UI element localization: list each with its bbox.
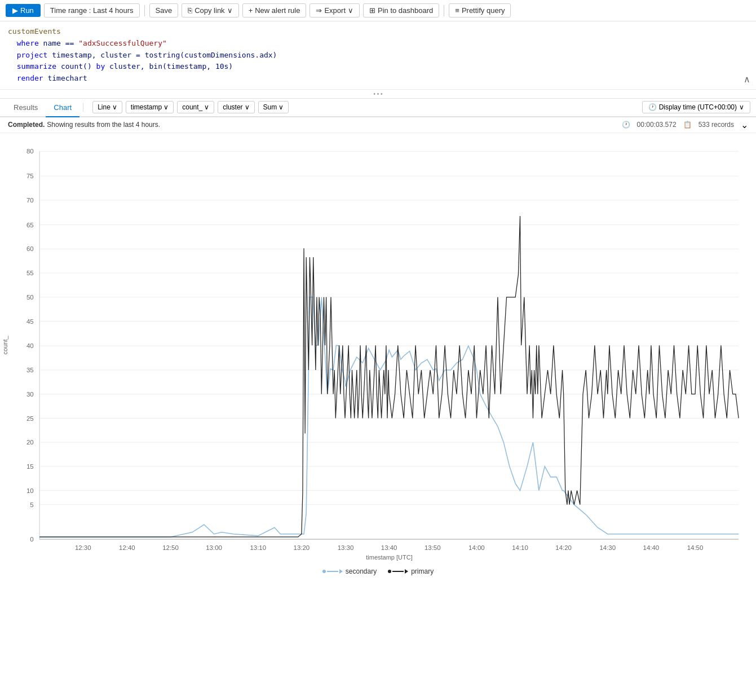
- status-right: 🕐 00:00:03.572 📋 533 records ⌄: [622, 120, 748, 130]
- line-chevron-icon: ∨: [112, 103, 117, 111]
- chart-area: count_: [0, 133, 756, 581]
- tab-separator: [83, 103, 83, 112]
- toolbar-separator-1: [144, 5, 145, 16]
- plus-icon: +: [249, 6, 253, 15]
- svg-text:5: 5: [30, 501, 33, 508]
- prettify-label: Prettify query: [462, 6, 505, 15]
- count-dropdown[interactable]: count_ ∨: [177, 101, 214, 113]
- sum-label: Sum: [263, 103, 277, 111]
- tab-results[interactable]: Results: [6, 99, 46, 117]
- query-line-4: summarize count() by cluster, bin(timest…: [8, 61, 748, 73]
- query-line-3: project timestamp, cluster = tostring(cu…: [8, 50, 748, 61]
- run-icon: ▶: [12, 6, 18, 15]
- count-chevron-icon: ∨: [204, 103, 209, 111]
- svg-text:14:30: 14:30: [599, 544, 616, 551]
- chart-options: Line ∨ timestamp ∨ count_ ∨ cluster ∨ Su…: [92, 101, 289, 113]
- save-button[interactable]: Save: [149, 3, 179, 17]
- display-time-button[interactable]: 🕐 Display time (UTC+00:00) ∨: [642, 101, 750, 113]
- chart-inner: count_: [0, 139, 756, 552]
- legend-secondary: secondary: [322, 567, 377, 575]
- primary-arrow-icon: [405, 569, 408, 574]
- pin-button[interactable]: ⊞ Pin to dashboard: [363, 3, 439, 17]
- cluster-label: cluster: [223, 103, 242, 111]
- time-range-button[interactable]: Time range : Last 4 hours: [44, 3, 140, 17]
- svg-text:40: 40: [26, 342, 34, 349]
- svg-text:50: 50: [26, 294, 34, 301]
- expand-button[interactable]: ⌄: [741, 120, 748, 130]
- time-range-label: Time range : Last 4 hours: [50, 6, 134, 15]
- svg-text:14:40: 14:40: [643, 544, 660, 551]
- display-time-chevron-icon: ∨: [739, 103, 744, 111]
- status-bar: Completed. Showing results from the last…: [0, 117, 756, 133]
- svg-text:13:20: 13:20: [294, 544, 310, 551]
- run-label: Run: [20, 6, 34, 15]
- svg-text:80: 80: [26, 148, 34, 155]
- drag-handle[interactable]: • • •: [0, 90, 756, 99]
- pin-label: Pin to dashboard: [378, 6, 433, 15]
- primary-line-icon: [392, 571, 404, 572]
- secondary-line-icon: [327, 571, 338, 572]
- chevron-down-icon: ∨: [227, 6, 233, 15]
- status-showing-label: Showing results from the last 4 hours.: [47, 121, 160, 129]
- svg-text:12:40: 12:40: [119, 544, 135, 551]
- duration-label: 00:00:03.572: [637, 121, 677, 129]
- collapse-button[interactable]: ∧: [744, 74, 750, 85]
- new-alert-button[interactable]: + New alert rule: [242, 3, 307, 17]
- save-label: Save: [156, 6, 173, 15]
- status-completed-label: Completed.: [8, 121, 45, 129]
- dots-icon: • • •: [373, 91, 382, 97]
- tabs-row: Results Chart Line ∨ timestamp ∨ count_ …: [0, 99, 756, 117]
- timestamp-dropdown[interactable]: timestamp ∨: [126, 101, 174, 113]
- sum-dropdown[interactable]: Sum ∨: [258, 101, 289, 113]
- query-line-2: where name == "adxSuccessfulQuery": [8, 38, 748, 50]
- legend-primary: primary: [388, 567, 434, 575]
- pin-icon: ⊞: [369, 6, 375, 15]
- secondary-label: secondary: [346, 567, 377, 575]
- run-button[interactable]: ▶ Run: [6, 4, 41, 17]
- secondary-dot-icon: [322, 570, 326, 573]
- secondary-line: [39, 297, 739, 537]
- copy-link-label: Copy link: [194, 6, 224, 15]
- records-label: 533 records: [698, 121, 734, 129]
- toolbar: ▶ Run Time range : Last 4 hours Save ⎘ C…: [0, 0, 756, 21]
- export-chevron-icon: ∨: [348, 6, 353, 15]
- count-label: count_: [182, 103, 202, 111]
- svg-text:12:50: 12:50: [162, 544, 179, 551]
- query-line-1: customEvents: [8, 26, 748, 38]
- y-axis-label: count_: [0, 139, 10, 552]
- export-button[interactable]: ⇒ Export ∨: [310, 3, 360, 17]
- display-time-label: Display time (UTC+00:00): [659, 103, 737, 111]
- line-type-label: Line: [98, 103, 110, 111]
- copy-link-button[interactable]: ⎘ Copy link ∨: [182, 3, 238, 17]
- chart-tab-label: Chart: [54, 103, 72, 112]
- prettify-button[interactable]: ≡ Prettify query: [449, 3, 511, 17]
- clock-icon: 🕐: [648, 103, 657, 111]
- primary-label: primary: [411, 567, 434, 575]
- primary-dot-icon: [388, 570, 391, 573]
- x-axis-label: timestamp [UTC]: [0, 552, 756, 564]
- svg-text:0: 0: [30, 536, 33, 543]
- chart-svg: 0 5 10 15 20 25 30 35 40 45 50 55 60 65 …: [10, 139, 750, 552]
- svg-text:14:20: 14:20: [555, 544, 572, 551]
- query-editor[interactable]: customEvents where name == "adxSuccessfu…: [0, 21, 756, 90]
- svg-text:60: 60: [26, 245, 34, 252]
- tab-chart[interactable]: Chart: [46, 99, 79, 117]
- results-tab-label: Results: [14, 103, 38, 112]
- svg-text:45: 45: [26, 318, 34, 325]
- svg-text:13:10: 13:10: [250, 544, 266, 551]
- records-icon: 📋: [683, 121, 692, 129]
- duration-icon: 🕐: [622, 121, 630, 129]
- svg-text:13:00: 13:00: [206, 544, 222, 551]
- toolbar-separator-2: [444, 5, 444, 16]
- new-alert-label: New alert rule: [255, 6, 300, 15]
- primary-line: [39, 216, 739, 537]
- timestamp-label: timestamp: [131, 103, 162, 111]
- line-type-dropdown[interactable]: Line ∨: [92, 101, 122, 113]
- cluster-chevron-icon: ∨: [245, 103, 250, 111]
- secondary-arrow-icon: [339, 569, 343, 574]
- svg-text:30: 30: [26, 391, 34, 398]
- cluster-dropdown[interactable]: cluster ∨: [218, 101, 254, 113]
- svg-text:20: 20: [26, 439, 34, 446]
- copy-icon: ⎘: [188, 6, 192, 15]
- export-arrow-icon: ⇒: [316, 6, 322, 15]
